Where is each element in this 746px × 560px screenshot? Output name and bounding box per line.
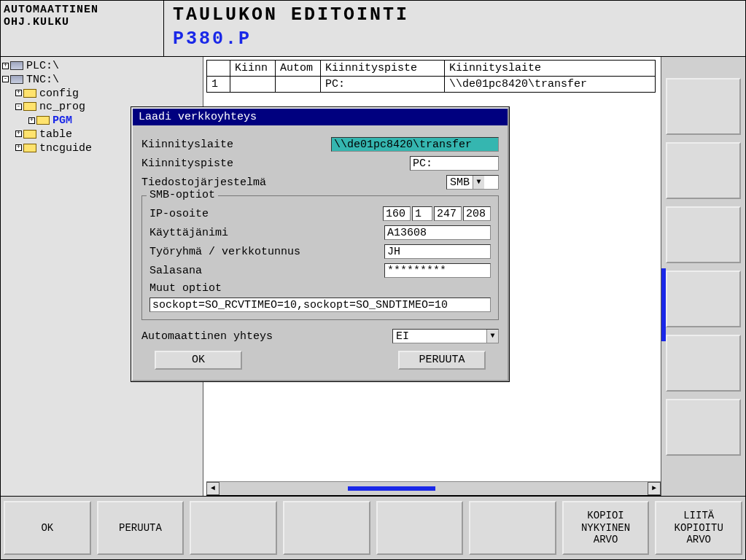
input-workgroup[interactable]: JH [384, 244, 491, 259]
expand-icon[interactable]: + [15, 144, 22, 151]
chevron-down-icon[interactable]: ▼ [473, 176, 484, 189]
folder-icon [23, 130, 36, 139]
softkey-paste[interactable]: LIITÄ KOPIOITU ARVO [655, 501, 742, 555]
right-softkey-3[interactable] [666, 206, 741, 263]
mode-line-1: AUTOMAATTINEN [4, 4, 160, 16]
data-table[interactable]: Kiinn Autom Kiinnityspiste Kiinnityslait… [206, 60, 656, 93]
label-user: Käyttäjänimi [149, 227, 384, 239]
title-box: TAULUKON EDITOINTI P380.P [164, 1, 745, 56]
folder-icon [23, 89, 36, 98]
collapse-icon[interactable]: - [15, 104, 22, 110]
page-subtitle: P380.P [173, 28, 737, 52]
horizontal-scrollbar[interactable]: ◄ ► [206, 481, 661, 496]
col-autom[interactable]: Autom [276, 61, 321, 77]
expand-icon[interactable]: + [15, 90, 22, 96]
scroll-left-icon[interactable]: ◄ [206, 482, 219, 495]
bottom-softkey-bar: OK PERUUTA KOPIOI NYKYINEN ARVO LIITÄ KO… [0, 496, 746, 560]
dialog-cancel-button[interactable]: PERUUTA [398, 351, 486, 370]
select-auto-connect[interactable]: EI ▼ [392, 329, 499, 343]
table-wrap: Kiinn Autom Kiinnityspiste Kiinnityslait… [203, 57, 661, 93]
expand-icon[interactable]: + [2, 63, 9, 69]
cell-rownum: 1 [207, 77, 230, 93]
mode-line-2: OHJ.KULKU [4, 16, 160, 28]
dialog-ok-button[interactable]: OK [155, 351, 242, 370]
softkey-cancel[interactable]: PERUUTA [97, 501, 184, 555]
softkey-ok[interactable]: OK [4, 501, 91, 555]
input-password[interactable]: ********* [384, 263, 491, 278]
right-softkey-4[interactable] [666, 271, 741, 327]
ip-input-group: 160 1 247 208 [383, 206, 491, 221]
dialog-button-row: OK PERUUTA [141, 348, 499, 370]
label-fs: Tiedostojärjestelmä [141, 176, 446, 189]
label-ip: IP-osoite [149, 208, 383, 220]
cell-kl[interactable]: \\de01pc8420\transfer [445, 77, 656, 93]
input-username[interactable]: A13608 [384, 225, 491, 240]
folder-icon [23, 144, 36, 152]
vertical-scroll-indicator [661, 268, 666, 341]
select-auto-value: EI [393, 330, 486, 343]
disk-icon [10, 75, 23, 84]
scroll-right-icon[interactable]: ► [648, 482, 661, 495]
folder-open-icon [23, 102, 36, 111]
input-ip-3[interactable]: 247 [434, 206, 462, 221]
softkey-6[interactable] [469, 501, 556, 555]
col-kiinn[interactable]: Kiinn [230, 61, 276, 77]
right-softkey-6[interactable] [666, 399, 741, 456]
table-header-row: Kiinn Autom Kiinnityspiste Kiinnityslait… [207, 61, 656, 77]
softkey-copy[interactable]: KOPIOI NYKYINEN ARVO [562, 501, 650, 555]
expand-icon[interactable]: + [15, 131, 22, 137]
input-ip-1[interactable]: 160 [383, 206, 411, 221]
cell-autom[interactable] [276, 77, 321, 93]
input-other-options[interactable]: sockopt=SO_RCVTIMEO=10,sockopt=SO_SNDTIM… [149, 298, 491, 312]
right-softkey-2[interactable] [666, 142, 741, 199]
input-ip-4[interactable]: 208 [463, 206, 491, 221]
right-softkey-1[interactable] [666, 78, 741, 135]
label-auto-connect: Automaattinen yhteys [141, 330, 392, 343]
disk-icon [10, 61, 23, 70]
label-mount: Kiinnityspiste [141, 158, 410, 170]
input-ip-2[interactable]: 1 [412, 206, 432, 221]
col-kiinnityslaite[interactable]: Kiinnityslaite [445, 61, 656, 77]
page-title: TAULUKON EDITOINTI [173, 4, 737, 28]
select-filesystem-value: SMB [447, 176, 473, 189]
mode-box: AUTOMAATTINEN OHJ.KULKU [1, 1, 164, 56]
right-softkey-column [661, 57, 745, 496]
network-dialog: Laadi verkkoyhteys Kiinnityslaite \\de01… [131, 107, 509, 381]
label-password: Salasana [149, 265, 384, 277]
smb-legend: SMB-optiot [147, 189, 218, 201]
softkey-4[interactable] [283, 501, 370, 555]
folder-open-icon [36, 116, 50, 125]
table-row[interactable]: 1 PC: \\de01pc8420\transfer [207, 77, 656, 93]
select-filesystem[interactable]: SMB ▼ [446, 175, 499, 190]
col-kiinnityspiste[interactable]: Kiinnityspiste [321, 61, 445, 77]
label-device: Kiinnityslaite [141, 139, 331, 151]
input-mount[interactable]: PC: [410, 156, 499, 171]
cell-kiinn[interactable] [230, 77, 276, 93]
input-device[interactable]: \\de01pc8420\transfer [331, 137, 499, 152]
col-rownum [207, 61, 230, 77]
dialog-body: Kiinnityslaite \\de01pc8420\transfer Kii… [133, 125, 508, 380]
chevron-down-icon[interactable]: ▼ [486, 330, 498, 343]
label-other-options: Muut optiot [149, 282, 491, 295]
scroll-track[interactable] [219, 482, 648, 495]
softkey-5[interactable] [376, 501, 464, 555]
smb-options-group: SMB-optiot IP-osoite 160 1 247 208 Käytt… [141, 195, 499, 320]
cell-kp[interactable]: PC: [321, 77, 445, 93]
softkey-3[interactable] [190, 501, 277, 555]
dialog-title: Laadi verkkoyhteys [133, 109, 508, 125]
scroll-indicator [348, 486, 435, 491]
label-workgroup: Työryhmä / verkkotunnus [149, 246, 384, 258]
right-softkey-5[interactable] [666, 335, 741, 392]
collapse-icon[interactable]: - [2, 76, 9, 82]
tree-item-tnc[interactable]: -TNC:\ [2, 74, 201, 88]
tree-item-plc[interactable]: +PLC:\ [2, 60, 201, 74]
header-bar: AUTOMAATTINEN OHJ.KULKU TAULUKON EDITOIN… [0, 0, 746, 57]
tree-item-config[interactable]: +config [2, 88, 201, 101]
expand-icon[interactable]: + [28, 117, 35, 124]
